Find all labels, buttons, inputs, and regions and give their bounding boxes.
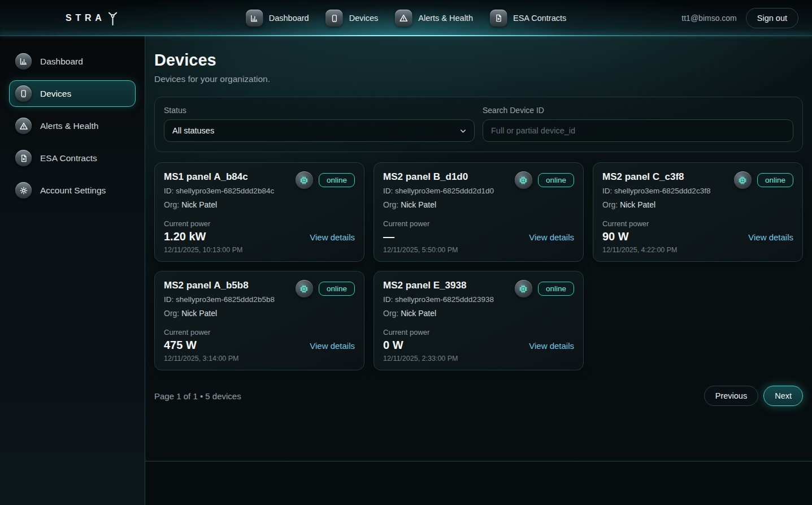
last-reading-timestamp: 12/11/2025, 2:33:00 PM: [383, 355, 574, 362]
main-content: Devices Devices for your organization. S…: [145, 36, 812, 505]
search-label: Search Device ID: [483, 106, 793, 115]
device-id: ID: shellypro3em-6825ddd2b84c: [164, 187, 274, 195]
pagination-buttons: Previous Next: [704, 386, 803, 406]
cpu-icon: [296, 171, 313, 189]
device-card: MS1 panel A_b84c ID: shellypro3em-6825dd…: [154, 162, 364, 262]
user-email: tt1@bimso.com: [681, 14, 736, 23]
device-card: MS2 panel A_b5b8 ID: shellypro3em-6825dd…: [154, 271, 364, 370]
nav-item-alerts-health[interactable]: Alerts & Health: [395, 10, 473, 27]
status-filter-label: Status: [164, 106, 475, 115]
last-reading-timestamp: 12/11/2025, 10:13:00 PM: [164, 246, 355, 254]
device-org: Org: Nick Patel: [164, 309, 275, 318]
view-details-link[interactable]: View details: [529, 232, 574, 242]
header-right: tt1@bimso.com Sign out: [681, 8, 798, 28]
pagination-summary: Page 1 of 1 • 5 devices: [154, 391, 241, 401]
device-name: MS2 panel C_c3f8: [602, 171, 710, 183]
device-name: MS2 panel A_b5b8: [164, 280, 275, 291]
status-badge: online: [538, 173, 574, 187]
device-id-value: shellypro3em-6825ddd2b5b8: [176, 295, 275, 304]
contract-file-icon: [490, 10, 507, 27]
power-value: 475 W: [164, 339, 197, 352]
filter-panel: Status All statuses Search Device ID: [154, 97, 803, 152]
device-card: MS2 panel B_d1d0 ID: shellypro3em-6825dd…: [374, 162, 584, 262]
status-badge: online: [319, 282, 355, 296]
sidebar-item-esa-contracts[interactable]: ESA Contracts: [9, 145, 136, 171]
status-badge: online: [319, 173, 355, 187]
nav-item-esa-contracts[interactable]: ESA Contracts: [490, 10, 566, 27]
brand-name: STRA: [66, 13, 105, 23]
sidebar: Dashboard Devices Alerts & Health ESA Co…: [0, 36, 145, 505]
sign-out-button[interactable]: Sign out: [746, 8, 798, 28]
cpu-icon: [734, 171, 752, 189]
warning-triangle-icon: [15, 118, 32, 134]
power-value: 0 W: [383, 339, 403, 352]
status-badge: online: [538, 282, 574, 296]
previous-button[interactable]: Previous: [704, 386, 758, 406]
nav-item-dashboard[interactable]: Dashboard: [246, 10, 309, 27]
current-power-label: Current power: [602, 219, 793, 228]
device-id-value: shellypro3em-6825ddd23938: [395, 295, 494, 304]
status-filter-group: Status All statuses: [164, 106, 475, 142]
power-value: 90 W: [602, 230, 629, 243]
cpu-icon: [296, 280, 313, 297]
wind-turbine-icon: [105, 10, 120, 27]
cpu-icon: [515, 280, 532, 297]
footer-divider: [145, 461, 812, 484]
status-select-value: All statuses: [172, 126, 214, 135]
warning-triangle-icon: [395, 10, 412, 27]
device-name: MS2 panel B_d1d0: [383, 171, 494, 183]
power-value: —: [383, 230, 394, 243]
device-card: MS2 panel E_3938 ID: shellypro3em-6825dd…: [374, 271, 584, 370]
search-filter-group: Search Device ID: [483, 106, 793, 142]
sidebar-item-alerts-health[interactable]: Alerts & Health: [9, 113, 136, 139]
device-org-value: Nick Patel: [401, 309, 436, 318]
device-org: Org: Nick Patel: [164, 200, 274, 209]
current-power-label: Current power: [383, 328, 574, 336]
nav-item-devices[interactable]: Devices: [326, 10, 379, 27]
device-org: Org: Nick Patel: [383, 200, 494, 209]
current-power-label: Current power: [164, 328, 355, 336]
sidebar-item-account-settings[interactable]: Account Settings: [9, 177, 136, 204]
gear-icon: [15, 182, 32, 198]
device-org: Org: Nick Patel: [383, 309, 494, 318]
last-reading-timestamp: 12/11/2025, 5:50:00 PM: [383, 246, 574, 254]
contract-file-icon: [15, 150, 32, 166]
cpu-icon: [515, 171, 532, 189]
pagination: Page 1 of 1 • 5 devices Previous Next: [154, 386, 803, 406]
device-id: ID: shellypro3em-6825ddd2b5b8: [164, 295, 275, 304]
power-value: 1.20 kW: [164, 230, 206, 243]
device-name: MS2 panel E_3938: [383, 280, 494, 291]
device-org-value: Nick Patel: [401, 200, 436, 209]
device-id-value: shellypro3em-6825ddd2b84c: [176, 187, 274, 195]
device-card: MS2 panel C_c3f8 ID: shellypro3em-6825dd…: [593, 162, 803, 262]
top-nav: Dashboard Devices Alerts & Health ESA Co…: [246, 0, 567, 36]
chevron-down-icon: [459, 127, 467, 135]
device-id: ID: shellypro3em-6825ddd2d1d0: [383, 187, 494, 195]
status-select[interactable]: All statuses: [164, 119, 475, 142]
device-org-value: Nick Patel: [181, 309, 217, 318]
search-input[interactable]: [483, 119, 793, 142]
current-power-label: Current power: [164, 219, 355, 228]
device-id: ID: shellypro3em-6825ddd23938: [383, 295, 494, 304]
bar-chart-icon: [15, 53, 32, 70]
sidebar-item-devices[interactable]: Devices: [9, 80, 136, 107]
device-grid: MS1 panel A_b84c ID: shellypro3em-6825dd…: [154, 162, 803, 370]
device-id-value: shellypro3em-6825ddd2c3f8: [614, 187, 710, 195]
next-button[interactable]: Next: [763, 386, 803, 406]
brand-logo: STRA: [66, 10, 120, 27]
view-details-link[interactable]: View details: [310, 232, 355, 242]
status-badge: online: [757, 173, 793, 187]
bar-chart-icon: [246, 10, 263, 27]
device-name: MS1 panel A_b84c: [164, 171, 274, 183]
device-id-value: shellypro3em-6825ddd2d1d0: [395, 187, 494, 195]
device-icon: [15, 85, 32, 102]
last-reading-timestamp: 12/11/2025, 4:22:00 PM: [602, 246, 793, 254]
sidebar-item-dashboard[interactable]: Dashboard: [9, 48, 136, 75]
current-power-label: Current power: [383, 219, 574, 228]
view-details-link[interactable]: View details: [310, 341, 355, 351]
last-reading-timestamp: 12/11/2025, 3:14:00 PM: [164, 355, 355, 362]
view-details-link[interactable]: View details: [748, 232, 793, 242]
top-header: STRA Dashboard Devices Alerts & Health E…: [0, 0, 812, 36]
view-details-link[interactable]: View details: [529, 341, 574, 351]
device-id: ID: shellypro3em-6825ddd2c3f8: [602, 187, 710, 195]
